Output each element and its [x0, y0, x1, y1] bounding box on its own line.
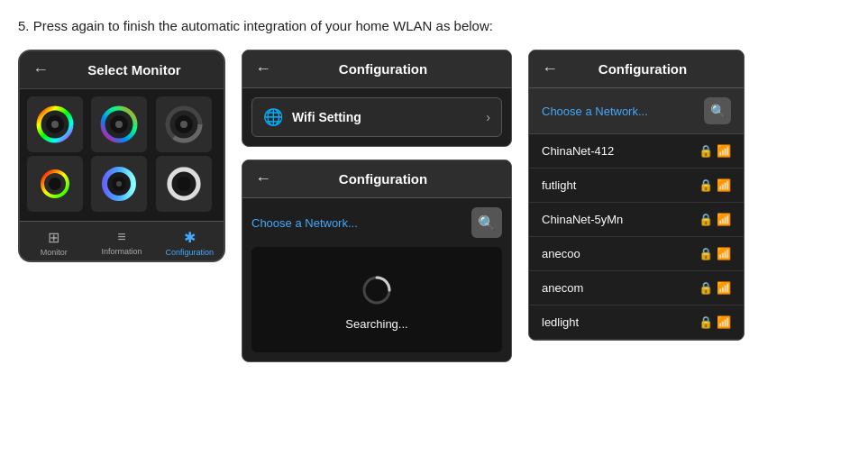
- lock-icon-3: 🔒: [699, 247, 713, 260]
- svg-point-7: [115, 121, 123, 128]
- nav-monitor[interactable]: ⊞ Monitor: [20, 229, 87, 257]
- network-item-5[interactable]: ledlight 🔒 📶: [529, 306, 744, 340]
- network-item-1[interactable]: futlight 🔒 📶: [529, 169, 744, 203]
- network-name-1: futlight: [542, 178, 699, 192]
- right-choose-network-label: Choose a Network...: [542, 105, 704, 118]
- network-item-0[interactable]: ChinaNet-412 🔒 📶: [529, 134, 744, 169]
- device-card-1[interactable]: [27, 96, 83, 152]
- middle-column: ← Configuration 🌐 Wifi Setting › ← Confi…: [242, 50, 512, 362]
- left-phone-screen: ← Select Monitor: [18, 50, 225, 262]
- searching-text: Searching...: [345, 317, 407, 331]
- instruction-text: 5. Press again to finish the automatic i…: [18, 18, 850, 33]
- svg-point-19: [116, 181, 122, 187]
- svg-point-12: [180, 121, 187, 128]
- phone-header: ← Select Monitor: [20, 51, 224, 89]
- wifi-icon-0: 📶: [717, 144, 731, 158]
- network-name-4: anecom: [542, 281, 699, 295]
- right-config-title: Configuration: [571, 61, 731, 77]
- network-name-5: ledlight: [542, 315, 699, 329]
- wifi-icon-2: 📶: [717, 213, 731, 226]
- bottom-nav: ⊞ Monitor ≡ Information ✱ Configuration: [20, 221, 224, 260]
- back-arrow-icon[interactable]: ←: [32, 60, 49, 79]
- nav-information[interactable]: ≡ Information: [87, 229, 155, 257]
- lock-icon-5: 🔒: [699, 315, 713, 329]
- nav-monitor-label: Monitor: [41, 248, 68, 257]
- phone-title: Select Monitor: [58, 62, 211, 78]
- svg-point-22: [177, 177, 191, 191]
- right-back-arrow-icon[interactable]: ←: [542, 59, 558, 78]
- svg-point-15: [49, 178, 61, 190]
- bottom-config-header: ← Configuration: [242, 160, 511, 198]
- network-item-2[interactable]: ChinaNet-5yMn 🔒 📶: [529, 203, 744, 237]
- right-screen: ← Configuration Choose a Network... 🔍 Ch…: [528, 50, 745, 341]
- spinner-icon: [361, 274, 393, 306]
- choose-network-row: Choose a Network... 🔍: [251, 207, 502, 238]
- configuration-icon: ✱: [184, 229, 196, 246]
- choose-network-label: Choose a Network...: [251, 216, 464, 230]
- network-name-3: anecoo: [542, 247, 699, 260]
- chevron-right-icon: ›: [486, 110, 490, 124]
- network-list: ChinaNet-412 🔒 📶 futlight 🔒 📶 ChinaNet-5…: [529, 134, 744, 340]
- top-config-screen: ← Configuration 🌐 Wifi Setting ›: [242, 50, 512, 147]
- wifi-setting-label: Wifi Setting: [292, 110, 486, 124]
- device-card-2[interactable]: [91, 96, 147, 152]
- device-card-3[interactable]: [156, 96, 212, 152]
- search-button[interactable]: 🔍: [471, 207, 502, 238]
- svg-point-3: [51, 121, 59, 128]
- globe-icon: 🌐: [263, 107, 283, 127]
- nav-configuration-label: Configuration: [166, 248, 215, 257]
- network-name-2: ChinaNet-5yMn: [542, 213, 699, 226]
- top-back-arrow-icon[interactable]: ←: [255, 59, 271, 78]
- wifi-icon-1: 📶: [717, 178, 731, 192]
- monitor-icon: ⊞: [48, 229, 59, 246]
- nav-configuration[interactable]: ✱ Configuration: [156, 229, 224, 257]
- lock-icon-2: 🔒: [699, 213, 713, 226]
- device-card-5[interactable]: [91, 156, 147, 212]
- wifi-icon-3: 📶: [717, 247, 731, 260]
- bottom-config-title: Configuration: [284, 171, 498, 187]
- nav-information-label: Information: [101, 247, 142, 256]
- lock-icon-4: 🔒: [699, 281, 713, 295]
- screens-container: ← Select Monitor: [18, 50, 850, 362]
- right-config-header: ← Configuration: [529, 50, 744, 88]
- bottom-config-screen: ← Configuration Choose a Network... 🔍 Se…: [242, 160, 512, 362]
- network-name-0: ChinaNet-412: [542, 144, 699, 158]
- bottom-back-arrow-icon[interactable]: ←: [255, 169, 271, 188]
- network-item-3[interactable]: anecoo 🔒 📶: [529, 237, 744, 271]
- device-grid: [20, 89, 224, 215]
- information-icon: ≡: [117, 229, 125, 245]
- top-config-header: ← Configuration: [242, 50, 511, 88]
- device-card-4[interactable]: [27, 156, 83, 212]
- lock-icon-1: 🔒: [699, 178, 713, 192]
- top-config-title: Configuration: [284, 61, 498, 77]
- right-search-button[interactable]: 🔍: [704, 97, 731, 124]
- device-card-6[interactable]: [156, 156, 212, 212]
- right-choose-row: Choose a Network... 🔍: [529, 88, 744, 134]
- wifi-icon-5: 📶: [717, 315, 731, 329]
- lock-icon-0: 🔒: [699, 144, 713, 158]
- wifi-icon-4: 📶: [717, 281, 731, 295]
- wifi-setting-row[interactable]: 🌐 Wifi Setting ›: [251, 97, 502, 137]
- searching-area: Searching...: [251, 247, 502, 352]
- network-item-4[interactable]: anecom 🔒 📶: [529, 271, 744, 306]
